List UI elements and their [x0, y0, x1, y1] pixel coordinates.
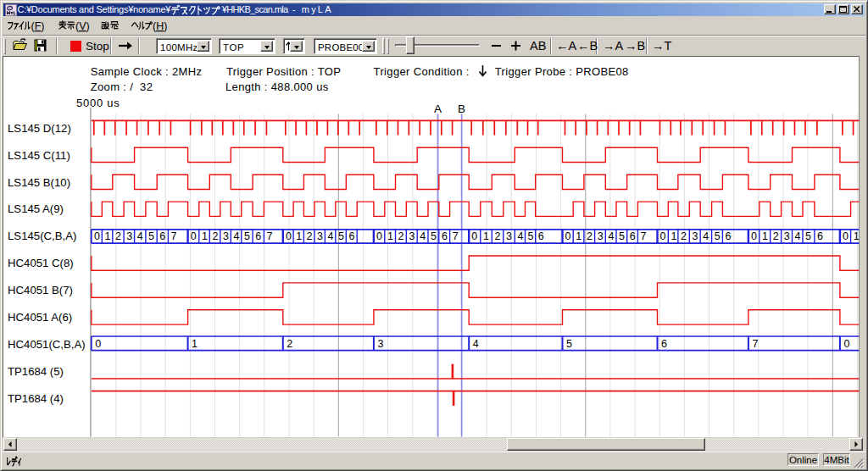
- svg-text:0: 0: [191, 230, 197, 242]
- svg-text:0: 0: [843, 230, 849, 242]
- svg-text:3: 3: [223, 230, 229, 242]
- svg-text:1: 1: [104, 230, 110, 242]
- svg-text:0: 0: [751, 230, 757, 242]
- svg-text:2: 2: [287, 338, 292, 350]
- svg-text:6: 6: [159, 230, 165, 242]
- svg-text:TP1684 (5): TP1684 (5): [8, 365, 64, 378]
- svg-text:Zoom : / 32: Zoom : / 32: [91, 80, 153, 93]
- svg-text:6: 6: [442, 230, 448, 242]
- svg-text:6: 6: [630, 230, 636, 242]
- svg-text:Trigger Probe : PROBE08: Trigger Probe : PROBE08: [495, 65, 629, 78]
- svg-text:0: 0: [286, 230, 292, 242]
- svg-text:0: 0: [565, 230, 571, 242]
- svg-text:4: 4: [473, 338, 479, 350]
- svg-text:2: 2: [494, 230, 500, 242]
- svg-text:4: 4: [703, 230, 709, 242]
- svg-text:6: 6: [255, 230, 261, 242]
- svg-text:0: 0: [376, 230, 382, 242]
- svg-text:Length : 488.000 us: Length : 488.000 us: [225, 80, 329, 93]
- svg-text:2: 2: [398, 230, 404, 242]
- svg-text:6: 6: [538, 230, 544, 242]
- svg-text:1: 1: [854, 230, 860, 242]
- svg-text:3: 3: [506, 230, 512, 242]
- svg-text:5: 5: [431, 230, 437, 242]
- svg-text:1: 1: [387, 230, 393, 242]
- svg-text:1: 1: [192, 338, 198, 350]
- svg-text:LS145 C(11): LS145 C(11): [8, 149, 70, 162]
- svg-text:0: 0: [95, 338, 101, 350]
- svg-text:4: 4: [608, 230, 614, 242]
- svg-text:LS145(C,B,A): LS145(C,B,A): [8, 230, 76, 242]
- svg-text:3: 3: [126, 230, 132, 242]
- svg-text:2: 2: [212, 230, 218, 242]
- svg-text:HC4051 A(6): HC4051 A(6): [8, 311, 72, 324]
- svg-text:B: B: [458, 103, 465, 115]
- svg-text:3: 3: [317, 230, 323, 242]
- svg-text:1: 1: [670, 230, 676, 242]
- svg-text:7: 7: [171, 230, 177, 242]
- svg-text:HC4051 C(8): HC4051 C(8): [8, 257, 74, 269]
- svg-text:4: 4: [420, 230, 426, 242]
- svg-text:6: 6: [661, 338, 667, 350]
- svg-text:Trigger Position : TOP: Trigger Position : TOP: [226, 65, 341, 78]
- svg-text:LS145 A(9): LS145 A(9): [8, 202, 64, 215]
- svg-text:5: 5: [338, 230, 344, 242]
- svg-text:5: 5: [805, 230, 811, 242]
- svg-text:HC4051 B(7): HC4051 B(7): [8, 284, 73, 296]
- svg-text:6: 6: [817, 230, 823, 242]
- svg-text:7: 7: [752, 338, 758, 350]
- svg-text:2: 2: [681, 230, 687, 242]
- svg-text:1: 1: [576, 230, 581, 242]
- svg-text:A: A: [434, 103, 442, 115]
- svg-text:5: 5: [528, 230, 534, 242]
- svg-text:4: 4: [328, 230, 334, 242]
- svg-text:1: 1: [202, 230, 208, 242]
- svg-text:5: 5: [619, 230, 625, 242]
- svg-text:7: 7: [267, 230, 273, 242]
- svg-text:5: 5: [148, 230, 154, 242]
- svg-text:1: 1: [296, 230, 302, 242]
- svg-text:Trigger Condition :: Trigger Condition :: [374, 65, 470, 78]
- svg-text:0: 0: [94, 230, 100, 242]
- svg-text:0: 0: [843, 338, 849, 350]
- svg-text:2: 2: [587, 230, 593, 242]
- svg-text:0: 0: [471, 230, 477, 242]
- svg-text:HC4051(C,B,A): HC4051(C,B,A): [8, 338, 86, 351]
- svg-text:LS145 B(10): LS145 B(10): [8, 176, 70, 189]
- svg-text:3: 3: [784, 230, 790, 242]
- svg-text:3: 3: [377, 338, 383, 350]
- svg-text:LS145 D(12): LS145 D(12): [8, 122, 71, 135]
- svg-text:TP1684 (4): TP1684 (4): [8, 392, 64, 405]
- svg-text:3: 3: [598, 230, 604, 242]
- svg-text:7: 7: [453, 230, 459, 242]
- svg-text:3: 3: [409, 230, 415, 242]
- svg-text:4: 4: [233, 230, 239, 242]
- svg-text:2: 2: [307, 230, 313, 242]
- svg-text:6: 6: [726, 230, 732, 242]
- svg-text:5: 5: [566, 338, 572, 350]
- svg-text:2: 2: [115, 230, 121, 242]
- svg-text:5000 us: 5000 us: [76, 97, 120, 109]
- svg-text:5: 5: [715, 230, 721, 242]
- svg-text:4: 4: [137, 230, 143, 242]
- svg-text:2: 2: [773, 230, 779, 242]
- svg-text:3: 3: [692, 230, 698, 242]
- svg-text:4: 4: [795, 230, 801, 242]
- svg-text:5: 5: [244, 230, 250, 242]
- svg-text:7: 7: [641, 230, 647, 242]
- svg-text:0: 0: [660, 230, 666, 242]
- svg-text:4: 4: [517, 230, 523, 242]
- svg-text:6: 6: [348, 230, 354, 242]
- svg-text:1: 1: [762, 230, 768, 242]
- svg-text:1: 1: [483, 230, 489, 242]
- svg-text:Sample Clock : 2MHz: Sample Clock : 2MHz: [91, 65, 203, 78]
